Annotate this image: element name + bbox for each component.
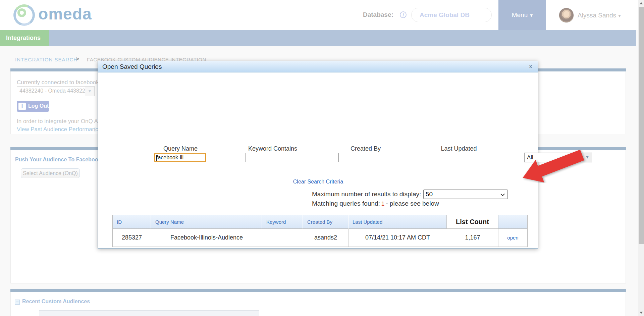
query-name-label: Query Name bbox=[144, 145, 217, 152]
cell-query-name: Facebook-Illinois-Audience bbox=[151, 229, 262, 247]
cell-last-updated: 07/14/21 10:17 AM CDT bbox=[348, 229, 447, 247]
scroll-up-icon[interactable] bbox=[640, 2, 643, 4]
created-by-input[interactable] bbox=[338, 153, 392, 162]
cell-action: open bbox=[498, 229, 527, 247]
open-saved-queries-dialog: Open Saved Queries x Query Name Keyword … bbox=[98, 61, 538, 249]
col-header-id[interactable]: ID bbox=[113, 215, 151, 229]
page-scrollbar[interactable] bbox=[638, 0, 644, 316]
scrollbar-thumb[interactable] bbox=[639, 7, 644, 244]
max-results-label: Maximum number of results to display: bbox=[312, 191, 421, 198]
matching-queries-line: Matching queries found:1- please see bel… bbox=[312, 200, 439, 207]
last-updated-label: Last Updated bbox=[422, 145, 496, 152]
col-header-keyword[interactable]: Keyword bbox=[262, 215, 303, 229]
text-cursor bbox=[156, 155, 157, 161]
max-results-select[interactable]: 50 bbox=[423, 190, 508, 199]
clear-search-criteria-text[interactable]: Clear Search Criteria bbox=[293, 179, 343, 185]
col-header-query-name[interactable]: Query Name bbox=[151, 215, 262, 229]
col-header-actions bbox=[498, 215, 527, 229]
created-by-label: Created By bbox=[329, 145, 402, 152]
matching-count: 1 bbox=[380, 201, 386, 207]
keyword-contains-input[interactable] bbox=[246, 153, 299, 162]
col-header-created-by[interactable]: Created By bbox=[303, 215, 348, 229]
query-name-input[interactable]: facebook-ill bbox=[154, 153, 206, 162]
screen: omeda Database: i Acme Global DB Menu Al… bbox=[0, 0, 644, 316]
col-header-list-count[interactable]: List Count bbox=[446, 215, 498, 229]
open-query-link[interactable]: open bbox=[507, 235, 518, 241]
scroll-down-icon[interactable] bbox=[640, 312, 643, 314]
red-arrow-annotation bbox=[521, 150, 588, 183]
clear-search-criteria-link: Clear Search Criteria bbox=[98, 179, 538, 185]
close-icon[interactable]: x bbox=[527, 63, 534, 70]
chevron-down-icon bbox=[500, 192, 505, 196]
dialog-title: Open Saved Queries bbox=[102, 63, 162, 70]
col-header-last-updated[interactable]: Last Updated bbox=[348, 215, 447, 229]
cell-keyword bbox=[262, 229, 303, 247]
dialog-titlebar[interactable]: Open Saved Queries x bbox=[98, 61, 538, 72]
cell-id: 285327 bbox=[113, 229, 151, 247]
keyword-contains-label: Keyword Contains bbox=[236, 145, 310, 152]
saved-queries-table: ID Query Name Keyword Created By Last Up… bbox=[112, 215, 528, 247]
cell-list-count: 1,167 bbox=[447, 229, 498, 247]
cell-created-by: asands2 bbox=[303, 229, 348, 247]
